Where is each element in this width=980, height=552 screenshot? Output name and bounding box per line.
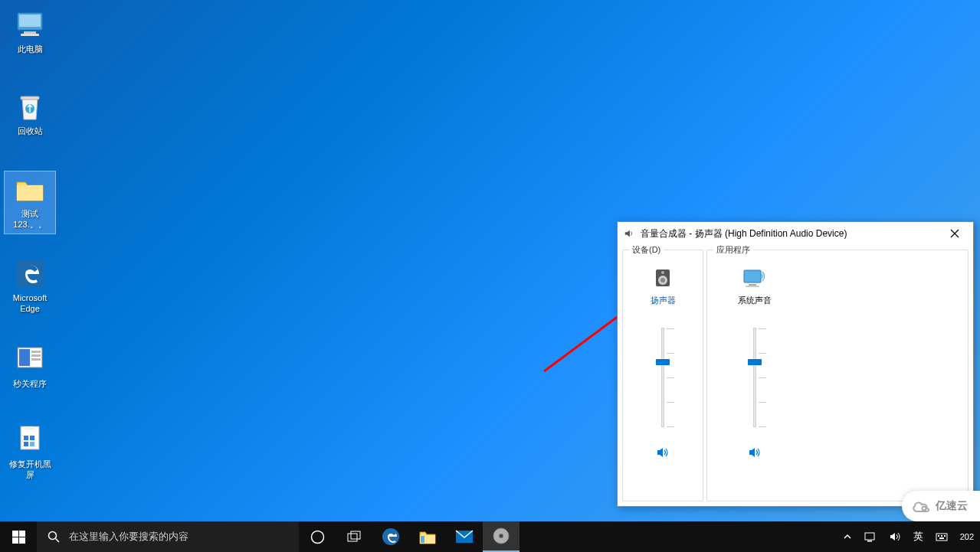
svg-rect-30 <box>19 537 25 544</box>
slider-thumb[interactable] <box>748 359 762 365</box>
tray-overflow[interactable] <box>837 521 858 552</box>
apps-group: 应用程序 系统声音 <box>706 250 969 501</box>
taskbar-app-media[interactable] <box>483 521 519 552</box>
folder-icon <box>15 175 45 205</box>
speaker-device-icon[interactable] <box>651 266 675 290</box>
edge-icon <box>381 527 401 547</box>
volume-slider-app[interactable] <box>753 328 756 427</box>
window-title: 音量合成器 - 扬声器 (High Definition Audio Devic… <box>641 227 847 240</box>
group-label: 应用程序 <box>713 244 753 256</box>
svg-point-43 <box>500 535 503 537</box>
mute-button-app[interactable] <box>748 446 762 462</box>
svg-point-22 <box>661 271 664 274</box>
svg-rect-10 <box>31 354 41 357</box>
desktop-icon-recycle-bin[interactable]: 回收站 <box>4 88 56 140</box>
svg-rect-48 <box>938 535 939 537</box>
svg-point-21 <box>660 278 665 283</box>
app-label: 系统声音 <box>738 295 772 306</box>
mute-button-device[interactable] <box>656 446 670 462</box>
system-tray: 英 202 <box>837 521 980 552</box>
repair-icon <box>15 425 45 456</box>
task-view-button[interactable] <box>336 521 372 552</box>
svg-rect-46 <box>936 534 947 541</box>
window-titlebar[interactable]: 音量合成器 - 扬声器 (High Definition Audio Devic… <box>618 222 973 245</box>
network-icon <box>864 531 877 542</box>
close-button[interactable] <box>942 222 973 245</box>
desktop-icon-shutdown[interactable]: 秒关程序 <box>4 341 56 393</box>
svg-point-33 <box>311 531 323 543</box>
folder-icon <box>418 528 437 545</box>
close-icon <box>950 229 959 238</box>
windows-icon <box>12 531 25 544</box>
taskbar-app-edge[interactable] <box>372 521 409 552</box>
app-icon <box>15 345 45 375</box>
volume-slider-device[interactable] <box>661 328 664 427</box>
svg-rect-50 <box>944 535 946 537</box>
system-sounds-icon[interactable] <box>742 266 767 290</box>
svg-rect-1 <box>19 15 41 27</box>
svg-rect-44 <box>865 533 874 540</box>
tray-clock[interactable]: 202 <box>954 521 980 552</box>
svg-rect-2 <box>24 31 36 34</box>
tray-ime-keyboard[interactable] <box>929 521 954 552</box>
svg-rect-25 <box>746 286 759 287</box>
svg-rect-49 <box>941 535 942 537</box>
recycle-bin-icon <box>15 92 45 122</box>
svg-rect-16 <box>30 442 34 446</box>
icon-label: Microsoft Edge <box>6 292 54 315</box>
desktop-icon-repair[interactable]: 修复开机黑屏 <box>4 421 56 485</box>
app-column: 系统声音 <box>712 261 798 496</box>
speaker-icon <box>889 531 901 543</box>
disc-icon <box>492 527 510 545</box>
watermark: 亿速云 <box>902 491 980 521</box>
desktop-icon-folder-test[interactable]: 测试123.。。 <box>4 171 56 234</box>
speaker-icon <box>624 228 634 239</box>
start-button[interactable] <box>0 521 37 552</box>
svg-rect-3 <box>21 34 39 36</box>
icon-label: 测试123.。。 <box>6 208 54 230</box>
svg-rect-51 <box>939 537 944 539</box>
volume-mixer-window[interactable]: 音量合成器 - 扬声器 (High Definition Audio Devic… <box>617 221 974 507</box>
taskbar-app-mail[interactable] <box>446 521 483 552</box>
mixer-body: 设备(D) 扬声器 应用程序 系统声音 <box>618 245 973 506</box>
svg-rect-15 <box>24 442 28 446</box>
svg-line-32 <box>56 539 60 543</box>
svg-point-31 <box>49 532 57 540</box>
taskbar-app-explorer[interactable] <box>409 521 446 552</box>
svg-rect-9 <box>31 351 41 353</box>
search-box[interactable]: 在这里输入你要搜索的内容 <box>37 521 299 552</box>
desktop-icon-this-pc[interactable]: 此电脑 <box>4 6 56 58</box>
taskbar[interactable]: 在这里输入你要搜索的内容 英 202 <box>0 521 980 552</box>
this-pc-icon <box>15 10 45 41</box>
search-placeholder: 在这里输入你要搜索的内容 <box>69 530 188 544</box>
task-view-icon <box>347 531 361 543</box>
icon-label: 此电脑 <box>18 44 43 54</box>
device-label[interactable]: 扬声器 <box>651 295 676 306</box>
svg-rect-29 <box>12 537 18 544</box>
svg-rect-11 <box>31 358 41 361</box>
chevron-up-icon <box>843 532 852 541</box>
keyboard-icon <box>936 531 948 542</box>
icon-label: 秒关程序 <box>13 378 47 389</box>
icon-label: 回收站 <box>18 126 43 136</box>
cloud-icon <box>911 498 931 514</box>
tray-ime-lang[interactable]: 英 <box>907 521 929 552</box>
tray-network[interactable] <box>858 521 883 552</box>
device-group: 设备(D) 扬声器 <box>622 250 703 501</box>
cortana-icon <box>310 530 325 544</box>
icon-label: 修复开机黑屏 <box>6 459 54 481</box>
svg-rect-38 <box>421 536 424 543</box>
cortana-button[interactable] <box>299 521 336 552</box>
search-icon <box>48 531 60 543</box>
svg-rect-27 <box>12 531 18 537</box>
svg-rect-13 <box>24 436 28 440</box>
group-label: 设备(D) <box>629 244 664 256</box>
svg-rect-14 <box>30 436 34 440</box>
svg-rect-45 <box>867 541 872 542</box>
svg-rect-8 <box>19 349 30 366</box>
edge-icon <box>15 259 45 289</box>
tray-volume[interactable] <box>883 521 907 552</box>
desktop-icon-edge[interactable]: Microsoft Edge <box>4 255 56 318</box>
slider-thumb[interactable] <box>656 359 670 365</box>
device-column: 扬声器 <box>628 261 698 496</box>
